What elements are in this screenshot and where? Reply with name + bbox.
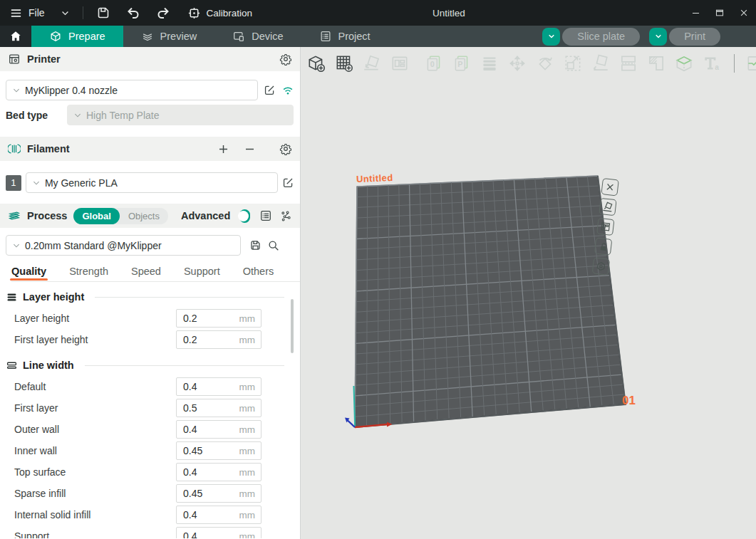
first-layer-height-input[interactable] [177, 334, 239, 345]
printer-preset-combo[interactable]: MyKlipper 0.4 nozzle [6, 80, 258, 100]
titlebar-divider [83, 6, 83, 19]
build-plate-canvas[interactable] [301, 47, 756, 539]
minimize-button[interactable] [683, 0, 708, 26]
layer-height-group-header: Layer height [6, 288, 284, 306]
filament-slot-badge[interactable]: 1 [6, 175, 21, 191]
lock-plate-button[interactable] [594, 237, 612, 255]
support-line-width-input[interactable] [177, 530, 239, 538]
default-line-width-input[interactable] [177, 381, 239, 392]
redo-icon [156, 6, 170, 20]
tab-device[interactable]: Device [214, 26, 301, 47]
process-tabs: Quality Strength Speed Support Others [11, 261, 300, 282]
process-scope-switch: Global Objects [73, 208, 168, 224]
unit-label: mm [239, 403, 262, 414]
tab-project[interactable]: Project [301, 26, 388, 47]
undo-button[interactable] [120, 0, 146, 26]
edit-filament-preset-icon[interactable] [282, 177, 294, 189]
print-button[interactable]: Print [669, 28, 720, 46]
internal-solid-infill-line-width-input[interactable] [177, 509, 239, 520]
tab-device-label: Device [252, 31, 283, 42]
project-icon [319, 30, 332, 43]
advanced-params-icon[interactable] [280, 210, 292, 222]
calibration-icon [187, 6, 201, 20]
setting-label: Internal solid infill [0, 509, 90, 520]
filament-preset-combo[interactable]: My Generic PLA [26, 172, 278, 193]
setting-row: Support mm [0, 525, 300, 538]
printer-settings-gear-icon[interactable] [279, 53, 292, 66]
close-icon [605, 182, 615, 192]
printer-preset-value: MyKlipper 0.4 nozzle [25, 85, 118, 96]
first-layer-line-width-input[interactable] [177, 402, 239, 414]
process-preset-combo[interactable]: 0.20mm Standard @MyKlipper [6, 235, 241, 256]
tab-project-label: Project [338, 31, 371, 42]
slice-options-button[interactable] [542, 28, 560, 46]
print-group: Print [649, 28, 720, 46]
arrange-plate-button[interactable] [596, 218, 614, 236]
tab-strength[interactable]: Strength [69, 261, 108, 282]
undo-icon [126, 6, 140, 20]
arrange-plate-icon [599, 221, 611, 233]
file-menu-dropdown-button[interactable] [51, 0, 76, 26]
remove-filament-icon[interactable] [244, 143, 256, 155]
filament-settings-gear-icon[interactable] [279, 142, 292, 155]
top-surface-line-width-input-box: mm [176, 463, 262, 481]
scope-global-button[interactable]: Global [73, 208, 119, 224]
outer-wall-line-width-input[interactable] [177, 424, 239, 435]
layer-height-group-icon [6, 291, 18, 303]
first-layer-line-width-input-box: mm [176, 399, 262, 417]
tab-others[interactable]: Others [243, 261, 274, 282]
first-layer-height-input-box: mm [176, 330, 262, 349]
parameter-list-icon[interactable] [259, 209, 272, 222]
add-filament-icon[interactable] [217, 143, 229, 155]
close-button[interactable] [732, 0, 756, 26]
edit-printer-preset-icon[interactable] [264, 84, 276, 96]
tab-quality[interactable]: Quality [11, 261, 46, 282]
process-preset-row: 0.20mm Standard @MyKlipper [6, 235, 294, 256]
bed-type-combo[interactable]: High Temp Plate [67, 105, 294, 125]
prepare-icon [49, 30, 62, 43]
save-preset-icon[interactable] [249, 239, 262, 251]
settings-panel: Layer height Layer height mm First layer… [0, 282, 300, 538]
tab-support[interactable]: Support [184, 261, 220, 282]
filament-spool-icon [8, 142, 21, 155]
filament-add-remove [217, 143, 256, 155]
axis-z-blue [348, 421, 355, 428]
tab-speed[interactable]: Speed [131, 261, 161, 282]
viewport-3d[interactable]: 0 P [301, 47, 756, 539]
tab-preview[interactable]: Preview [123, 26, 215, 47]
setting-row: Default mm [0, 376, 300, 397]
inner-wall-line-width-input[interactable] [177, 445, 239, 456]
home-button[interactable] [0, 26, 31, 47]
redo-button[interactable] [150, 0, 176, 26]
wifi-connection-icon[interactable] [281, 84, 294, 97]
preview-icon [141, 30, 154, 43]
sidebar-scrollbar[interactable] [291, 299, 294, 353]
slice-plate-button[interactable]: Slice plate [562, 28, 640, 46]
scope-objects-button[interactable]: Objects [120, 208, 168, 224]
save-project-button[interactable] [90, 0, 116, 26]
bed-type-value: High Temp Plate [86, 110, 159, 121]
delete-plate-button[interactable] [601, 178, 618, 196]
calibration-button[interactable]: Calibration [182, 0, 259, 26]
print-options-button[interactable] [649, 28, 667, 46]
advanced-toggle[interactable] [239, 209, 250, 223]
filament-preset-row: 1 My Generic PLA [6, 172, 294, 193]
plate-settings-button[interactable] [592, 257, 610, 275]
window-controls [683, 0, 756, 26]
setting-label: Layer height [0, 313, 69, 324]
minimize-icon [691, 9, 700, 18]
maximize-button[interactable] [708, 0, 732, 26]
plate-name-label[interactable]: Untitled [356, 172, 393, 184]
outer-wall-line-width-input-box: mm [176, 420, 262, 439]
auto-orient-plate-button[interactable] [599, 198, 616, 216]
file-menu-button[interactable]: File [0, 0, 51, 26]
window-titlebar: File [0, 0, 756, 26]
sparse-infill-line-width-input[interactable] [177, 488, 239, 499]
save-icon [96, 6, 110, 20]
tab-prepare[interactable]: Prepare [31, 26, 123, 47]
printer-section-title: Printer [27, 53, 61, 65]
search-icon[interactable] [267, 239, 280, 252]
chevron-down-icon [12, 86, 21, 95]
layer-height-input[interactable] [177, 313, 239, 324]
top-surface-line-width-input[interactable] [177, 466, 239, 478]
